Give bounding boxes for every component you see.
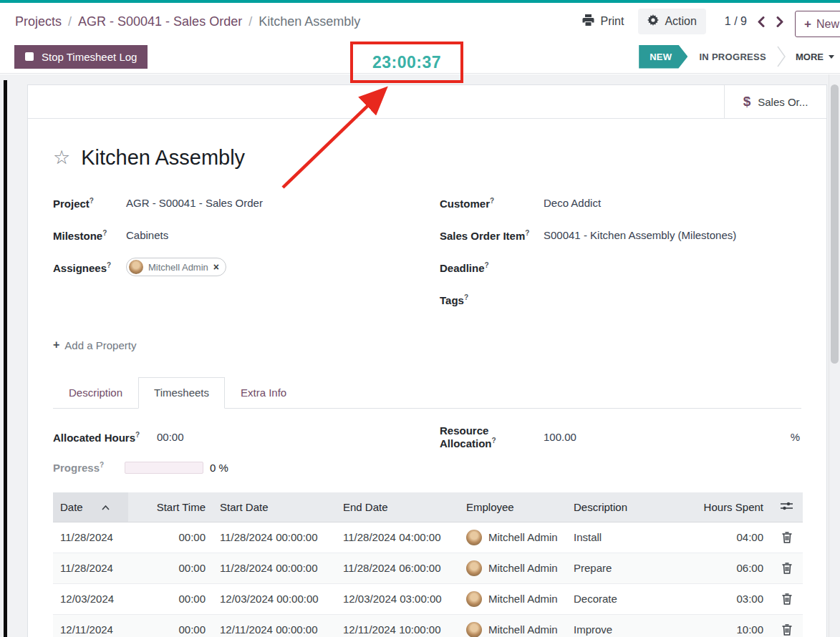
- vertical-scrollbar[interactable]: [829, 74, 840, 637]
- cell-description[interactable]: Decorate: [566, 583, 674, 614]
- table-row[interactable]: 11/28/2024 00:00 11/28/2024 00:00:00 11/…: [53, 522, 803, 553]
- cell-employee[interactable]: Mitchell Admin: [459, 553, 566, 583]
- cell-hours-spent[interactable]: 10:00: [674, 614, 771, 637]
- cell-end-date[interactable]: 11/28/2024 06:00:00: [336, 553, 459, 583]
- caret-down-icon: [829, 55, 834, 59]
- breadcrumb-projects[interactable]: Projects: [15, 14, 62, 29]
- form-sheet: ☆ Kitchen Assembly Project? AGR - S00041…: [28, 119, 826, 637]
- action-button[interactable]: Action: [638, 9, 705, 34]
- progress-label: Progress?: [53, 461, 118, 474]
- milestone-label: Milestone?: [53, 229, 126, 242]
- stop-timesheet-button[interactable]: Stop Timesheet Log: [14, 45, 148, 69]
- print-label: Print: [600, 15, 624, 28]
- column-header-hours-spent[interactable]: Hours Spent: [674, 492, 771, 522]
- column-header-employee[interactable]: Employee: [459, 492, 566, 522]
- cell-date[interactable]: 12/03/2024: [53, 583, 128, 614]
- assignees-label: Assignees?: [53, 261, 126, 274]
- cell-date[interactable]: 11/28/2024: [53, 522, 128, 553]
- delete-row-button[interactable]: [781, 530, 793, 545]
- print-button[interactable]: Print: [582, 14, 624, 29]
- cell-employee[interactable]: Mitchell Admin: [459, 614, 566, 637]
- cell-end-date[interactable]: 12/03/2024 03:00:00: [336, 583, 459, 614]
- cell-description[interactable]: Prepare: [566, 553, 674, 583]
- delete-row-button[interactable]: [781, 561, 793, 575]
- cell-start-time[interactable]: 00:00: [128, 553, 213, 583]
- milestone-value[interactable]: Cabinets: [126, 229, 429, 241]
- column-header-end-date[interactable]: End Date: [336, 492, 459, 522]
- sales-order-item-label: Sales Order Item?: [440, 229, 544, 242]
- pager-value: 1 / 9: [725, 15, 747, 28]
- new-button-label: New: [816, 18, 839, 31]
- breadcrumb-separator: /: [68, 14, 72, 29]
- action-label: Action: [665, 15, 696, 28]
- pager-next-icon[interactable]: [776, 16, 784, 27]
- cell-end-date[interactable]: 12/11/2024 10:00:00: [336, 614, 459, 637]
- cell-date[interactable]: 11/28/2024: [53, 553, 128, 583]
- delete-row-button[interactable]: [781, 623, 793, 637]
- resource-allocation-label: Resource Allocation?: [440, 424, 544, 449]
- tab-extra-info[interactable]: Extra Info: [225, 377, 302, 408]
- more-label: MORE: [796, 52, 824, 62]
- new-button[interactable]: + New: [795, 11, 840, 37]
- assignee-name: Mitchell Admin: [148, 262, 208, 273]
- stage-more-dropdown[interactable]: MORE: [796, 52, 834, 62]
- sliders-icon: [781, 501, 793, 513]
- column-header-description[interactable]: Description: [566, 492, 674, 522]
- allocated-hours-value[interactable]: 00:00: [157, 431, 429, 443]
- stage-new-badge[interactable]: NEW: [639, 45, 687, 69]
- main-content: $ Sales Or... ☆ Kitchen Assembly Project…: [0, 74, 840, 637]
- print-icon: [582, 14, 594, 29]
- cell-employee[interactable]: Mitchell Admin: [459, 583, 566, 614]
- optional-columns-button[interactable]: [771, 492, 803, 522]
- notebook-tabs: Description Timesheets Extra Info: [53, 377, 801, 409]
- cell-hours-spent[interactable]: 06:00: [674, 553, 771, 583]
- pager: 1 / 9: [725, 15, 784, 28]
- sales-order-item-value[interactable]: S00041 - Kitchen Assembly (Milestones): [544, 229, 801, 241]
- tab-description[interactable]: Description: [53, 377, 138, 408]
- plus-icon: +: [804, 17, 811, 31]
- progress-percent-text: 0 %: [210, 462, 228, 474]
- breadcrumb-current: Kitchen Assembly: [259, 14, 360, 29]
- cell-start-time[interactable]: 00:00: [128, 583, 213, 614]
- column-header-date[interactable]: Date: [53, 492, 128, 522]
- cell-date[interactable]: 12/11/2024: [53, 614, 128, 637]
- cell-end-date[interactable]: 11/28/2024 04:00:00: [336, 522, 459, 553]
- table-row[interactable]: 11/28/2024 00:00 11/28/2024 00:00:00 11/…: [53, 553, 803, 583]
- add-property-button[interactable]: + Add a Property: [53, 339, 801, 351]
- cell-hours-spent[interactable]: 03:00: [674, 583, 771, 614]
- table-row[interactable]: 12/03/2024 00:00 12/03/2024 00:00:00 12/…: [53, 583, 803, 614]
- breadcrumb-sales-order[interactable]: AGR - S00041 - Sales Order: [78, 14, 242, 29]
- column-header-start-time[interactable]: Start Time: [128, 492, 213, 522]
- delete-row-button[interactable]: [781, 592, 793, 606]
- cell-employee[interactable]: Mitchell Admin: [459, 522, 566, 553]
- cell-start-date[interactable]: 12/11/2024 00:00:00: [213, 614, 336, 637]
- cell-start-date[interactable]: 11/28/2024 00:00:00: [213, 553, 336, 583]
- avatar: [466, 530, 482, 545]
- table-row[interactable]: 12/11/2024 00:00 12/11/2024 00:00:00 12/…: [53, 614, 803, 637]
- scrollbar-thumb[interactable]: [831, 84, 839, 364]
- favorite-star-icon[interactable]: ☆: [53, 148, 70, 167]
- timer-value: 23:00:37: [372, 53, 441, 72]
- cell-start-date[interactable]: 12/03/2024 00:00:00: [213, 583, 336, 614]
- task-title[interactable]: Kitchen Assembly: [81, 146, 245, 170]
- cell-description[interactable]: Improve: [566, 614, 674, 637]
- left-edge-strip: [4, 80, 7, 637]
- cell-description[interactable]: Install: [566, 522, 674, 553]
- cell-start-time[interactable]: 00:00: [128, 614, 213, 637]
- plus-icon: +: [53, 339, 59, 351]
- stage-in-progress[interactable]: IN PROGRESS: [699, 52, 766, 62]
- resource-allocation-value[interactable]: 100.00: [544, 431, 791, 443]
- assignee-tag[interactable]: Mitchell Admin ×: [126, 258, 226, 276]
- column-header-start-date[interactable]: Start Date: [213, 492, 336, 522]
- sales-order-smart-button[interactable]: $ Sales Or...: [724, 85, 826, 118]
- customer-value[interactable]: Deco Addict: [544, 197, 801, 209]
- project-value[interactable]: AGR - S00041 - Sales Order: [126, 197, 429, 209]
- breadcrumb: Projects / AGR - S00041 - Sales Order / …: [15, 14, 360, 29]
- add-property-label: Add a Property: [64, 339, 136, 351]
- cell-hours-spent[interactable]: 04:00: [674, 522, 771, 553]
- cell-start-time[interactable]: 00:00: [128, 522, 213, 553]
- pager-previous-icon[interactable]: [757, 16, 765, 27]
- tab-timesheets[interactable]: Timesheets: [138, 377, 225, 409]
- cell-start-date[interactable]: 11/28/2024 00:00:00: [213, 522, 336, 553]
- remove-assignee-icon[interactable]: ×: [213, 262, 219, 272]
